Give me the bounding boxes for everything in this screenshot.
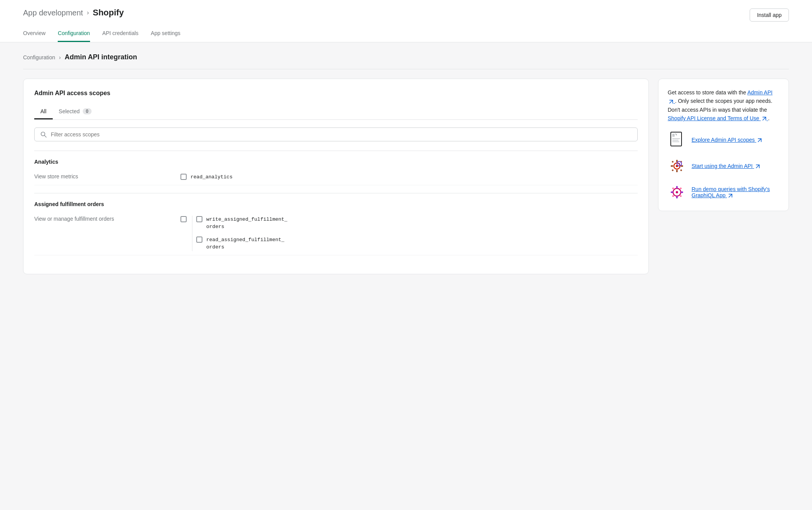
resource-links: Explore Admin API scopes — [668, 131, 779, 201]
svg-point-20 — [678, 163, 680, 164]
scope-item-write-inner: write_assigned_fulfillment_orders — [196, 216, 287, 236]
svg-rect-25 — [671, 191, 673, 193]
scope-item-read-fulfillment: read_assigned_fulfillment_orders — [196, 236, 287, 251]
analytics-description: View store metrics — [34, 173, 180, 180]
scope-name-read-fulfillment: read_assigned_fulfillment_orders — [206, 236, 284, 251]
scope-name-read-analytics: read_analytics — [190, 173, 232, 181]
svg-rect-4 — [672, 138, 680, 139]
svg-point-22 — [676, 191, 678, 193]
svg-rect-18 — [680, 169, 682, 171]
docs-icon — [668, 131, 686, 149]
fulfillment-section: Assigned fulfillment orders View or mana… — [34, 193, 638, 255]
resource-link-item-2: Start using the Admin API — [668, 157, 779, 175]
search-box — [34, 128, 638, 141]
info-card: Get access to store data with the Admin … — [658, 79, 789, 211]
tab-overview[interactable]: Overview — [23, 25, 45, 42]
tab-app-settings[interactable]: App settings — [151, 25, 180, 42]
external-link-icon-3 — [757, 138, 762, 143]
scope-item-write-fulfillment: write_assigned_fulfillment_orders read_a… — [180, 216, 638, 251]
svg-rect-7 — [675, 134, 676, 134]
right-panel: Get access to store data with the Admin … — [658, 79, 789, 217]
fulfillment-section-title: Assigned fulfillment orders — [34, 201, 638, 207]
svg-rect-8 — [676, 134, 677, 135]
analytics-scope-row: View store metrics read_analytics — [34, 169, 638, 185]
svg-point-0 — [41, 132, 45, 136]
breadcrumb-parent: App development — [23, 8, 83, 17]
svg-rect-13 — [671, 165, 673, 167]
svg-rect-6 — [672, 141, 679, 142]
scope-divider — [192, 216, 192, 251]
svg-rect-15 — [672, 161, 674, 163]
info-text-before-link1: Get access to store data with the — [668, 89, 747, 96]
scope-name-write-fulfillment: write_assigned_fulfillment_orders — [206, 216, 287, 231]
svg-rect-17 — [672, 169, 674, 171]
svg-rect-23 — [676, 186, 678, 188]
analytics-scope-items: read_analytics — [180, 173, 638, 181]
install-app-button[interactable]: Install app — [750, 8, 789, 22]
explore-api-icon — [668, 131, 686, 149]
info-text: Get access to store data with the Admin … — [668, 88, 779, 123]
page-breadcrumb: Configuration › Admin API integration — [23, 53, 789, 61]
panel-title: Admin API access scopes — [34, 90, 638, 97]
svg-line-1 — [45, 136, 47, 138]
explore-api-link[interactable]: Explore Admin API scopes — [692, 137, 762, 143]
tab-all[interactable]: All — [34, 104, 53, 119]
start-api-icon — [668, 157, 686, 175]
external-link-icon-1 — [669, 99, 673, 104]
analytics-section: Analytics View store metrics read_analyt… — [34, 151, 638, 185]
start-api-link[interactable]: Start using the Admin API — [692, 163, 760, 169]
checkbox-write-fulfillment-inner[interactable] — [196, 216, 202, 222]
resource-link-item-1: Explore Admin API scopes — [668, 131, 779, 149]
external-link-icon-4 — [755, 164, 760, 169]
fulfillment-scope-items: write_assigned_fulfillment_orders read_a… — [180, 216, 638, 251]
svg-rect-28 — [680, 187, 682, 190]
breadcrumb-separator: › — [87, 9, 89, 16]
fulfillment-description: View or manage fulfillment orders — [34, 216, 180, 222]
search-input[interactable] — [51, 131, 632, 138]
info-text-middle: . Only select the scopes your app needs.… — [668, 98, 772, 112]
scope-item-read-analytics: read_analytics — [180, 173, 638, 181]
fulfillment-scope-row: View or manage fulfillment orders — [34, 212, 638, 255]
tab-api-credentials[interactable]: API credentials — [102, 25, 139, 42]
page-breadcrumb-separator: › — [59, 54, 61, 60]
checkbox-write-fulfillment[interactable] — [180, 216, 187, 222]
graphiql-icon-svg — [668, 183, 686, 201]
graphiql-icon — [668, 183, 686, 201]
checkbox-read-analytics[interactable] — [180, 174, 187, 180]
page-breadcrumb-parent[interactable]: Configuration — [23, 54, 55, 60]
svg-rect-26 — [681, 191, 683, 193]
tab-selected[interactable]: Selected 0 — [53, 104, 98, 119]
gear-icon — [668, 157, 686, 175]
main-panel: Admin API access scopes All Selected 0 — [23, 79, 649, 274]
breadcrumb-current: Shopify — [93, 8, 124, 18]
analytics-section-title: Analytics — [34, 159, 638, 165]
tab-configuration[interactable]: Configuration — [58, 25, 90, 42]
svg-rect-30 — [680, 195, 682, 197]
tab-selected-label: Selected — [59, 108, 80, 114]
external-link-icon-5 — [728, 193, 733, 198]
graphiql-link[interactable]: Run demo queries with Shopify's GraphiQL… — [692, 186, 779, 198]
section-divider — [23, 69, 789, 69]
external-link-icon-2 — [762, 116, 767, 121]
svg-rect-5 — [672, 140, 678, 141]
start-api-label: Start using the Admin API — [692, 163, 753, 169]
svg-rect-27 — [672, 187, 674, 190]
selected-count-badge: 0 — [83, 108, 92, 114]
search-icon — [40, 131, 47, 138]
svg-rect-12 — [676, 170, 678, 172]
explore-api-label: Explore Admin API scopes — [692, 137, 755, 143]
main-tabs: Overview Configuration API credentials A… — [23, 25, 789, 42]
info-text-after: . — [768, 115, 770, 121]
svg-rect-29 — [672, 195, 674, 197]
page-breadcrumb-current: Admin API integration — [65, 53, 137, 61]
resource-link-item-3: Run demo queries with Shopify's GraphiQL… — [668, 183, 779, 201]
svg-rect-24 — [676, 196, 678, 198]
secondary-tabs: All Selected 0 — [34, 104, 638, 120]
shopify-license-link[interactable]: Shopify API License and Terms of Use — [668, 115, 768, 121]
checkbox-read-fulfillment[interactable] — [196, 237, 202, 243]
svg-rect-3 — [672, 134, 675, 137]
layout: Admin API access scopes All Selected 0 — [23, 79, 789, 274]
